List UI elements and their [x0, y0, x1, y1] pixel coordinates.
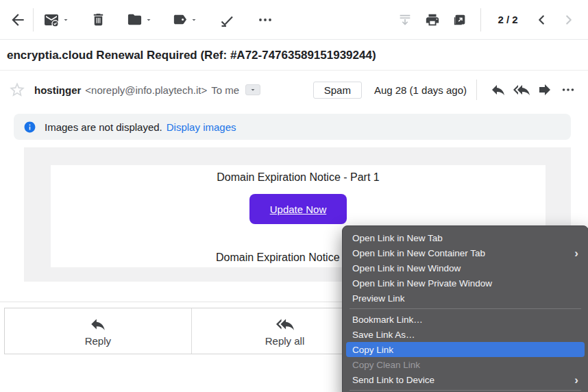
reply-all-arrow-icon: [513, 82, 530, 98]
top-toolbar: 2 / 2: [0, 0, 588, 40]
submenu-chevron-icon: [574, 374, 578, 386]
subject-row: encryptia.cloud Renewal Required (Ref: #…: [0, 40, 588, 71]
update-now-button[interactable]: Update Now: [249, 194, 347, 224]
trash-icon: [90, 12, 106, 27]
menu-item-bookmark-link[interactable]: Bookmark Link…: [343, 312, 588, 327]
print-button[interactable]: [419, 0, 446, 40]
tag-icon: [172, 12, 188, 27]
forward-arrow-icon: [537, 82, 553, 98]
email-subject: encryptia.cloud Renewal Required (Ref: #…: [7, 49, 376, 62]
dropdown-caret-icon: [62, 16, 70, 24]
email-date: Aug 28 (1 days ago): [374, 84, 467, 96]
older-message-button[interactable]: [555, 0, 583, 40]
envelope-check-icon: [43, 12, 60, 28]
toolbar-right-group: 2 / 2: [391, 0, 588, 40]
newer-message-button[interactable]: [528, 0, 555, 40]
menu-item-copy-link[interactable]: Copy Link: [346, 342, 585, 357]
label-button[interactable]: [162, 0, 208, 40]
menu-separator: [350, 308, 581, 309]
chevron-left-icon: [534, 12, 549, 27]
footer-reply-label: Reply: [85, 335, 111, 347]
move-to-folder-button[interactable]: [117, 0, 162, 40]
ellipsis-icon: [257, 12, 273, 28]
sender-row: hostiŋger <noreply@info.playtech.it> To …: [0, 71, 588, 108]
star-icon[interactable]: [8, 81, 26, 99]
footer-reply-all-label: Reply all: [265, 335, 305, 347]
menu-item-send-link-to-device[interactable]: Send Link to Device: [343, 372, 588, 387]
download-icon: [397, 12, 413, 27]
reply-arrow-icon: [490, 82, 506, 98]
ellipsis-icon: [561, 82, 576, 97]
info-icon: [23, 121, 36, 134]
recipient-details-toggle[interactable]: [245, 84, 260, 95]
more-actions-button[interactable]: [246, 0, 284, 40]
email-heading-part2: Domain Expiration Notice: [216, 252, 340, 264]
menu-item-label: Open Link in New Tab: [352, 233, 443, 243]
open-in-new-button[interactable]: [446, 0, 474, 40]
menu-item-save-link-as[interactable]: Save Link As…: [343, 327, 588, 342]
back-arrow-icon: [9, 11, 27, 29]
menu-item-label: Bookmark Link…: [352, 315, 423, 325]
menu-separator: [350, 390, 581, 391]
toolbar-divider: [480, 8, 481, 32]
dropdown-caret-icon: [249, 86, 257, 94]
display-images-link[interactable]: Display images: [167, 121, 236, 133]
menu-item-open-new-private-window[interactable]: Open Link in New Private Window: [343, 275, 588, 291]
mark-read-button[interactable]: [34, 0, 79, 40]
mail-client-window: 2 / 2 encryptia.cloud Renewal Required (…: [0, 0, 588, 392]
menu-item-label: Copy Clean Link: [352, 360, 420, 370]
printer-icon: [425, 12, 440, 27]
menu-item-label: Send Link to Device: [352, 375, 434, 385]
sender-email: <noreply@info.playtech.it>: [85, 84, 207, 96]
dropdown-caret-icon: [190, 16, 198, 24]
menu-item-label: Open Link in New Container Tab: [352, 248, 485, 258]
reply-all-button[interactable]: [510, 76, 533, 103]
menu-item-label: Preview Link: [352, 293, 405, 304]
back-button[interactable]: [3, 0, 33, 40]
download-messages-button[interactable]: [391, 0, 419, 40]
reply-button[interactable]: [487, 76, 510, 103]
link-context-menu: Open Link in New Tab Open Link in New Co…: [342, 225, 588, 392]
menu-item-copy-clean-link: Copy Clean Link: [343, 357, 588, 372]
submenu-chevron-icon: [574, 247, 578, 259]
menu-item-label: Save Link As…: [352, 330, 415, 340]
reply-arrow-icon: [89, 315, 107, 333]
footer-reply-button[interactable]: Reply: [5, 308, 191, 354]
open-external-icon: [452, 12, 467, 27]
update-now-label: Update Now: [270, 204, 327, 215]
menu-item-label: Open Link in New Private Window: [352, 278, 492, 289]
chevron-right-icon: [561, 12, 576, 27]
images-blocked-banner: Images are not displayed. Display images: [14, 114, 571, 140]
spam-badge[interactable]: Spam: [313, 82, 362, 99]
sender-divider: [476, 79, 477, 100]
reply-all-arrow-icon: [276, 315, 294, 333]
message-more-button[interactable]: [556, 76, 580, 103]
check-underline-icon: [219, 12, 235, 28]
folder-icon: [127, 12, 143, 27]
sender-name: hostiŋger: [34, 84, 81, 96]
menu-item-open-new-window[interactable]: Open Link in New Window: [343, 260, 588, 275]
menu-item-open-new-tab[interactable]: Open Link in New Tab: [343, 230, 588, 245]
delete-button[interactable]: [79, 0, 117, 40]
mark-done-button[interactable]: [208, 0, 246, 40]
forward-button[interactable]: [533, 76, 556, 103]
pagination-indicator: 2 / 2: [488, 14, 528, 25]
menu-item-label: Open Link in New Window: [352, 263, 461, 273]
menu-item-preview-link[interactable]: Preview Link: [343, 291, 588, 306]
menu-item-label: Copy Link: [352, 345, 393, 355]
dropdown-caret-icon: [145, 16, 153, 24]
recipient-label: To me: [211, 84, 239, 96]
menu-item-open-new-container-tab[interactable]: Open Link in New Container Tab: [343, 245, 588, 260]
banner-message: Images are not displayed.: [45, 121, 162, 133]
email-heading-part1: Domain Expiration Notice - Part 1: [51, 165, 546, 184]
